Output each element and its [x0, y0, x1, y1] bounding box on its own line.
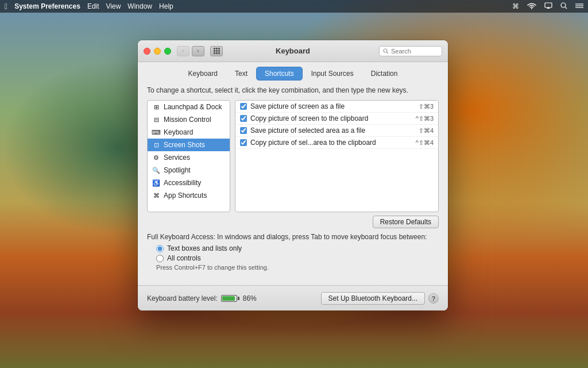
shortcut-label-3: Copy picture of sel...area to the clipbo… — [250, 139, 416, 147]
shortcut-key-3: ^⇧⌘4 — [416, 139, 434, 147]
shortcut-key-0: ⇧⌘3 — [419, 103, 434, 110]
battery-percent: 86% — [243, 294, 257, 302]
shortcut-row-0[interactable]: Save picture of screen as a file ⇧⌘3 — [235, 101, 438, 113]
svg-rect-1 — [545, 3, 552, 7]
grid-view-button[interactable] — [210, 46, 223, 56]
tab-shortcuts[interactable]: Shortcuts — [256, 67, 303, 80]
category-list: ⊞ Launchpad & Dock ⊟ Mission Control ⌨ K… — [147, 100, 230, 212]
minimize-button[interactable] — [154, 48, 161, 55]
tab-text[interactable]: Text — [226, 67, 256, 80]
edit-menu[interactable]: Edit — [87, 2, 99, 10]
sidebar-item-services[interactable]: ⚙ Services — [148, 151, 230, 164]
bottom-right: Set Up Bluetooth Keyboard... ? — [321, 292, 439, 305]
radio-text-lists-label: Text boxes and lists only — [167, 244, 242, 252]
app-name-menu[interactable]: System Preferences — [14, 2, 80, 10]
radio-all-controls[interactable]: All controls — [156, 254, 439, 262]
search-icon-menubar[interactable] — [560, 2, 567, 11]
svg-line-3 — [566, 7, 567, 9]
bottom-bar: Keyboard battery level: 86% Set Up Bluet… — [138, 285, 448, 310]
shortcut-checkbox-1[interactable] — [240, 115, 247, 122]
svg-point-7 — [384, 49, 387, 52]
sidebar-item-screenshots[interactable]: ⊡ Screen Shots — [148, 139, 230, 151]
radio-text-lists[interactable]: Text boxes and lists only — [156, 244, 439, 252]
shortcut-key-2: ⇧⌘4 — [419, 127, 434, 135]
shortcut-row-1[interactable]: Copy picture of screen to the clipboard … — [235, 113, 438, 125]
grid-icon — [214, 48, 220, 54]
svg-point-2 — [561, 3, 566, 7]
traffic-lights — [144, 48, 171, 55]
svg-line-8 — [387, 52, 389, 53]
tab-keyboard[interactable]: Keyboard — [180, 67, 226, 80]
close-button[interactable] — [144, 48, 150, 55]
help-button[interactable]: ? — [428, 293, 439, 304]
services-icon: ⚙ — [152, 154, 160, 162]
keyboard-icon-sidebar: ⌨ — [152, 128, 160, 136]
search-input[interactable] — [391, 48, 437, 55]
sidebar-item-spotlight[interactable]: 🔍 Spotlight — [148, 164, 230, 177]
shortcut-label-0: Save picture of screen as a file — [250, 102, 419, 110]
ctrl-hint: Press Control+F7 to change this setting. — [156, 264, 439, 271]
radio-text-lists-input[interactable] — [156, 245, 164, 252]
restore-defaults-button[interactable]: Restore Defaults — [373, 216, 439, 228]
shortcut-checkbox-0[interactable] — [240, 103, 247, 110]
shortcut-key-1: ^⇧⌘3 — [416, 115, 434, 122]
launchpad-icon: ⊞ — [152, 103, 160, 111]
window-menu[interactable]: Window — [127, 2, 152, 10]
sidebar-item-launchpad[interactable]: ⊞ Launchpad & Dock — [148, 101, 230, 113]
airplay-icon[interactable] — [544, 2, 552, 11]
app-shortcuts-icon: ⌘ — [152, 191, 160, 200]
battery-section: Keyboard battery level: 86% — [147, 294, 257, 302]
forward-button[interactable]: › — [192, 46, 204, 56]
battery-label: Keyboard battery level: — [147, 294, 218, 302]
spotlight-icon: 🔍 — [152, 166, 160, 174]
screenshots-icon: ⊡ — [152, 141, 160, 149]
shortcut-checkbox-2[interactable] — [240, 127, 247, 134]
shortcut-row-2[interactable]: Save picture of selected area as a file … — [235, 125, 438, 137]
keyboard-access-title: Full Keyboard Access: In windows and dia… — [147, 233, 439, 241]
battery-body — [221, 295, 237, 302]
back-button[interactable]: ‹ — [177, 46, 189, 56]
apple-menu[interactable]:  — [5, 2, 7, 11]
mission-control-icon: ⊟ — [152, 116, 160, 124]
shortcut-checkbox-3[interactable] — [240, 139, 247, 146]
help-menu[interactable]: Help — [159, 2, 173, 10]
menubar:  System Preferences Edit View Window He… — [0, 0, 588, 13]
setup-bluetooth-button[interactable]: Set Up Bluetooth Keyboard... — [321, 292, 425, 305]
svg-point-0 — [531, 8, 532, 9]
battery-nub — [238, 297, 239, 300]
radio-all-controls-input[interactable] — [156, 255, 164, 262]
shortcut-row-3[interactable]: Copy picture of sel...area to the clipbo… — [235, 137, 438, 149]
accessibility-icon: ♿ — [152, 179, 160, 187]
content-area: To change a shortcut, select it, click t… — [138, 80, 448, 277]
radio-all-controls-label: All controls — [167, 254, 201, 262]
tab-dictation[interactable]: Dictation — [362, 67, 407, 80]
sidebar-item-mission-control[interactable]: ⊟ Mission Control — [148, 113, 230, 126]
instruction-text: To change a shortcut, select it, click t… — [147, 86, 439, 94]
shortcut-label-1: Copy picture of screen to the clipboard — [250, 114, 416, 122]
tabs-bar: Keyboard Text Shortcuts Input Sources Di… — [138, 62, 448, 80]
shortcuts-table: Save picture of screen as a file ⇧⌘3 Cop… — [235, 100, 439, 212]
keyboard-preferences-window: ‹ › Keyboard Keyboard Text Shortcuts Inp… — [138, 40, 448, 310]
search-icon — [383, 48, 389, 54]
main-area: ⊞ Launchpad & Dock ⊟ Mission Control ⌨ K… — [147, 100, 439, 212]
window-title: Keyboard — [276, 47, 310, 55]
titlebar: ‹ › Keyboard — [138, 40, 448, 62]
list-icon-menubar[interactable] — [575, 2, 583, 10]
battery-icon — [221, 295, 239, 302]
wifi-icon[interactable]: ⌘ — [512, 2, 519, 10]
tab-input-sources[interactable]: Input Sources — [303, 67, 362, 80]
wifi-status-icon[interactable] — [527, 2, 536, 11]
sidebar-item-app-shortcuts[interactable]: ⌘ App Shortcuts — [148, 189, 230, 202]
view-menu[interactable]: View — [106, 2, 121, 10]
battery-fill — [222, 296, 235, 301]
search-box[interactable] — [379, 46, 442, 56]
sidebar-item-accessibility[interactable]: ♿ Accessibility — [148, 177, 230, 189]
sidebar-item-keyboard[interactable]: ⌨ Keyboard — [148, 126, 230, 139]
shortcut-label-2: Save picture of selected area as a file — [250, 126, 419, 135]
keyboard-access-section: Full Keyboard Access: In windows and dia… — [147, 233, 439, 271]
maximize-button[interactable] — [164, 48, 171, 55]
